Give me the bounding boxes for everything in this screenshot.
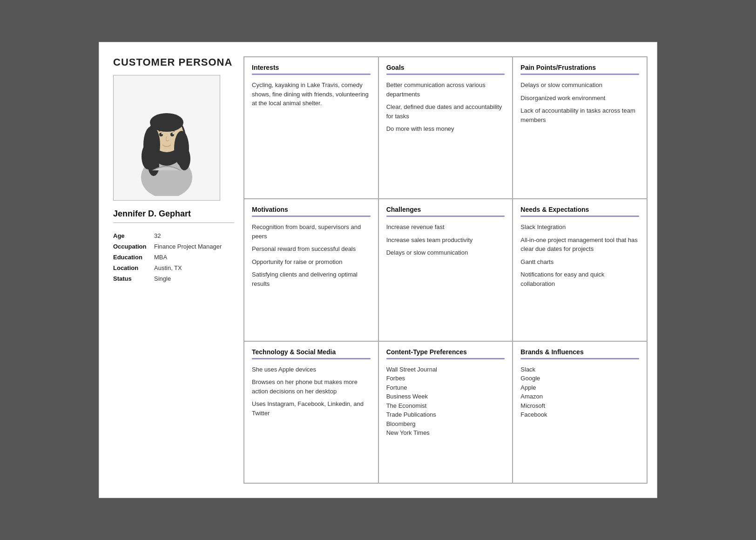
grid-cell-motivations: MotivationsRecognition from board, super…: [244, 199, 378, 341]
list-item: Browses on her phone but makes more acti…: [252, 378, 371, 396]
cell-underline-motivations: [252, 216, 371, 217]
detail-row: OccupationFinance Project Manager: [113, 243, 234, 250]
detail-row: StatusSingle: [113, 275, 234, 282]
cell-underline-content: [386, 358, 505, 359]
list-item: Recognition from board, supervisors and …: [252, 223, 371, 241]
svg-point-14: [173, 133, 174, 135]
svg-point-13: [162, 133, 163, 135]
list-item: Wall Street Journal: [386, 365, 505, 374]
cell-body-goals: Better communication across various depa…: [386, 81, 505, 134]
detail-value: Finance Project Manager: [154, 243, 222, 250]
list-item: New York Times: [386, 428, 505, 438]
cell-title-goals: Goals: [386, 64, 505, 71]
list-item: Increase sales team productivity: [386, 236, 505, 245]
cell-header-motivations: Motivations: [252, 206, 371, 217]
detail-label: Occupation: [113, 243, 150, 250]
cell-title-brands: Brands & Influences: [520, 348, 639, 356]
svg-point-9: [148, 155, 159, 176]
list-item: Amazon: [520, 392, 639, 401]
persona-name: Jennifer D. Gephart: [113, 209, 234, 223]
list-item: Trade Publications: [386, 410, 505, 419]
list-item: Do more with less money: [386, 124, 505, 134]
cell-header-brands: Brands & Influences: [520, 348, 639, 359]
cell-header-technology: Technology & Social Media: [252, 348, 371, 359]
svg-point-10: [178, 147, 190, 170]
list-item: Slack: [520, 365, 639, 374]
list-item: Opportunity for raise or promotion: [252, 257, 371, 267]
list-item: Microsoft: [520, 401, 639, 411]
cell-title-challenges: Challenges: [386, 206, 505, 213]
list-item: Forbes: [386, 374, 505, 383]
cell-header-goals: Goals: [386, 64, 505, 75]
avatar-box: [113, 75, 220, 201]
list-item: Notifications for easy and quick collabo…: [520, 270, 639, 288]
list-item: Gantt charts: [520, 257, 639, 267]
cell-underline-interests: [252, 74, 371, 75]
detail-label: Location: [113, 264, 150, 271]
list-item: She uses Apple devices: [252, 365, 371, 374]
cell-title-motivations: Motivations: [252, 206, 371, 213]
grid-cell-challenges: ChallengesIncrease revenue fastIncrease …: [378, 199, 513, 341]
cell-underline-needs: [520, 216, 639, 217]
cell-underline-brands: [520, 358, 639, 359]
list-item: The Economist: [386, 401, 505, 411]
grid-cell-technology: Technology & Social MediaShe uses Apple …: [244, 341, 378, 483]
grid-cell-content: Content-Type PreferencesWall Street Jour…: [378, 341, 513, 483]
list-item: Fortune: [386, 383, 505, 392]
cell-header-content: Content-Type Preferences: [386, 348, 505, 359]
grid-cell-interests: InterestsCycling, kayaking in Lake Travi…: [244, 57, 378, 199]
cell-body-content: Wall Street JournalForbesFortuneBusiness…: [386, 365, 505, 438]
list-item: Apple: [520, 383, 639, 392]
list-item: Delays or slow communication: [520, 81, 639, 90]
list-item: Delays or slow communication: [386, 248, 505, 257]
list-item: Disorganized work environment: [520, 94, 639, 103]
detail-value: Single: [154, 275, 171, 282]
detail-label: Education: [113, 254, 150, 261]
list-item: Increase revenue fast: [386, 223, 505, 232]
cell-title-interests: Interests: [252, 64, 371, 71]
detail-value: 32: [154, 232, 161, 239]
cell-body-motivations: Recognition from board, supervisors and …: [252, 223, 371, 288]
cell-header-interests: Interests: [252, 64, 371, 75]
cell-body-challenges: Increase revenue fastIncrease sales team…: [386, 223, 505, 257]
cell-title-technology: Technology & Social Media: [252, 348, 371, 356]
customer-persona-page: CUSTOMER PERSONA: [99, 42, 657, 498]
list-item: Bloomberg: [386, 419, 505, 429]
detail-row: EducationMBA: [113, 254, 234, 261]
detail-row: Age32: [113, 232, 234, 239]
list-item: Facebook: [520, 410, 639, 419]
detail-value: Austin, TX: [154, 264, 182, 271]
cell-title-content: Content-Type Preferences: [386, 348, 505, 356]
grid-cell-needs: Needs & ExpectationsSlack IntegrationAll…: [513, 199, 647, 341]
grid-cell-pain-points: Pain Points/FrustrationsDelays or slow c…: [513, 57, 647, 199]
cell-body-brands: SlackGoogleAppleAmazonMicrosoftFacebook: [520, 365, 639, 419]
cell-header-challenges: Challenges: [386, 206, 505, 217]
list-item: Lack of accountability in tasks across t…: [520, 106, 639, 124]
detail-label: Age: [113, 232, 150, 239]
list-item: Cycling, kayaking in Lake Travis, comedy…: [252, 81, 371, 108]
detail-value: MBA: [154, 254, 167, 261]
cell-body-pain-points: Delays or slow communicationDisorganized…: [520, 81, 639, 124]
list-item: Personal reward from successful deals: [252, 244, 371, 254]
list-item: All-in-one project management tool that …: [520, 236, 639, 254]
page-title: CUSTOMER PERSONA: [113, 56, 234, 68]
cell-body-technology: She uses Apple devicesBrowses on her pho…: [252, 365, 371, 418]
list-item: Slack Integration: [520, 223, 639, 232]
list-item: Satisfying clients and delivering optima…: [252, 270, 371, 288]
list-item: Better communication across various depa…: [386, 81, 505, 99]
list-item: Clear, defined due dates and accountabil…: [386, 102, 505, 121]
cell-underline-pain-points: [520, 74, 639, 75]
persona-details: Age32OccupationFinance Project ManagerEd…: [113, 232, 234, 282]
cell-underline-technology: [252, 358, 371, 359]
cell-underline-challenges: [386, 216, 505, 217]
left-panel: CUSTOMER PERSONA: [113, 56, 234, 484]
detail-row: LocationAustin, TX: [113, 264, 234, 271]
grid-cell-goals: GoalsBetter communication across various…: [378, 57, 513, 199]
cell-body-interests: Cycling, kayaking in Lake Travis, comedy…: [252, 81, 371, 108]
detail-label: Status: [113, 275, 150, 282]
right-grid: InterestsCycling, kayaking in Lake Travi…: [243, 56, 648, 484]
list-item: Uses Instagram, Facebook, Linkedin, and …: [252, 399, 371, 418]
cell-underline-goals: [386, 74, 505, 75]
cell-title-needs: Needs & Expectations: [520, 206, 639, 213]
cell-body-needs: Slack IntegrationAll-in-one project mana…: [520, 223, 639, 288]
